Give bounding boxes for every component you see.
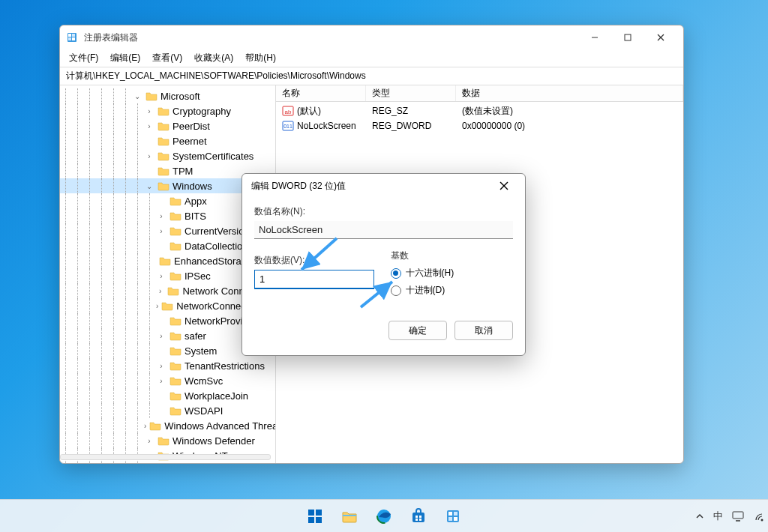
radio-dec[interactable]: 十进制(D) <box>391 284 514 297</box>
tree-item-winnt[interactable]: ›Windows NT <box>60 448 275 463</box>
tree-label: WorkplaceJoin <box>184 390 248 402</box>
label-base: 基数 <box>391 250 514 262</box>
tree-item-systemcerts[interactable]: ›SystemCertificates <box>60 148 275 163</box>
svg-point-36 <box>761 519 764 521</box>
svg-text:ab: ab <box>285 109 292 115</box>
folder-icon <box>170 241 182 251</box>
menu-file[interactable]: 文件(F) <box>63 50 104 66</box>
tree-item-workplacejoin[interactable]: WorkplaceJoin <box>60 388 275 403</box>
tree-label: IPSec <box>184 270 211 282</box>
value-data-input[interactable] <box>254 270 374 289</box>
tree-item-tenantrestrict[interactable]: ›TenantRestrictions <box>60 358 275 373</box>
chevron-right-icon[interactable]: › <box>144 437 154 445</box>
start-button[interactable] <box>300 501 330 531</box>
tree-label: Microsoft <box>160 91 200 102</box>
systray-display-icon[interactable] <box>732 511 744 522</box>
column-type[interactable]: 类型 <box>366 85 456 101</box>
systray-chevron-up-icon[interactable] <box>695 512 704 521</box>
cancel-button[interactable]: 取消 <box>454 321 513 340</box>
chevron-down-icon[interactable]: ⌄ <box>144 182 154 190</box>
systray-ime-indicator[interactable]: 中 <box>713 510 723 523</box>
svg-rect-26 <box>419 516 422 518</box>
value-data: 0x00000000 (0) <box>456 121 683 131</box>
dialog-close-button[interactable] <box>492 175 516 196</box>
chevron-right-icon[interactable]: › <box>156 362 166 370</box>
tree-label: DataCollection <box>184 241 248 252</box>
chevron-right-icon[interactable]: › <box>156 302 158 310</box>
list-header[interactable]: 名称 类型 数据 <box>276 85 683 102</box>
menu-help[interactable]: 帮助(H) <box>239 50 282 66</box>
store-taskbar-icon[interactable] <box>404 501 434 531</box>
column-name[interactable]: 名称 <box>276 85 366 101</box>
svg-rect-34 <box>733 512 743 519</box>
folder-icon <box>170 345 182 356</box>
value-type: REG_SZ <box>366 106 456 116</box>
dword-value-icon: 011 <box>282 120 294 132</box>
folder-icon <box>158 106 170 116</box>
dialog-titlebar[interactable]: 编辑 DWORD (32 位)值 <box>242 174 525 198</box>
tree-label: Windows Advanced Threat Protection <box>164 420 276 432</box>
label-value-name: 数值名称(N): <box>254 205 513 218</box>
menu-favorites[interactable]: 收藏夹(A) <box>188 50 239 66</box>
tree-label: Windows Defender <box>172 435 255 447</box>
chevron-right-icon[interactable]: › <box>156 272 166 280</box>
chevron-right-icon[interactable]: › <box>156 287 164 295</box>
tree-item-microsoft[interactable]: ⌄ Microsoft <box>60 88 275 103</box>
minimize-button[interactable] <box>578 26 611 49</box>
chevron-right-icon[interactable]: › <box>144 122 154 130</box>
chevron-right-icon[interactable]: › <box>144 422 146 430</box>
tree-item-winadvthreat[interactable]: ›Windows Advanced Threat Protection <box>60 418 275 433</box>
folder-icon <box>158 435 170 446</box>
titlebar[interactable]: 注册表编辑器 <box>60 25 683 49</box>
chevron-right-icon[interactable]: › <box>156 212 166 220</box>
app-icon <box>66 31 78 43</box>
edge-taskbar-icon[interactable] <box>369 501 399 531</box>
taskbar[interactable]: 中 <box>0 499 768 532</box>
window-title: 注册表编辑器 <box>84 31 138 44</box>
value-row-default[interactable]: ab (默认) REG_SZ (数值未设置) <box>276 103 683 118</box>
tree-item-windefender[interactable]: ›Windows Defender <box>60 433 275 448</box>
radio-hex-label: 十六进制(H) <box>406 267 454 279</box>
chevron-down-icon[interactable]: ⌄ <box>132 92 142 100</box>
folder-icon <box>158 166 170 176</box>
chevron-right-icon[interactable]: › <box>156 332 166 340</box>
file-explorer-taskbar-icon[interactable] <box>334 501 364 531</box>
radio-hex[interactable]: 十六进制(H) <box>391 267 514 279</box>
folder-icon <box>146 91 158 101</box>
tree-item-wsdapi[interactable]: WSDAPI <box>60 403 275 418</box>
folder-icon <box>161 300 173 311</box>
tree-label: BITS <box>184 211 206 222</box>
chevron-right-icon[interactable]: › <box>144 452 154 460</box>
systray-network-icon[interactable] <box>753 511 764 522</box>
chevron-right-icon[interactable]: › <box>156 227 166 235</box>
tree-label: CurrentVersion <box>184 226 250 237</box>
column-data[interactable]: 数据 <box>456 85 683 101</box>
value-name-field[interactable] <box>254 221 513 239</box>
tree-item-peernet[interactable]: Peernet <box>60 133 275 148</box>
maximize-button[interactable] <box>611 26 644 49</box>
folder-icon <box>158 136 170 146</box>
svg-rect-20 <box>316 517 322 523</box>
tree-label: Appx <box>184 196 207 207</box>
svg-rect-32 <box>448 517 452 521</box>
regedit-taskbar-icon[interactable] <box>438 501 468 531</box>
value-row-nolockscreen[interactable]: 011 NoLockScreen REG_DWORD 0x00000000 (0… <box>276 118 683 133</box>
close-button[interactable] <box>644 26 677 49</box>
radio-checked-icon <box>391 268 401 279</box>
chevron-right-icon[interactable]: › <box>144 107 154 115</box>
svg-rect-3 <box>68 37 71 40</box>
chevron-right-icon[interactable]: › <box>144 152 154 160</box>
chevron-right-icon[interactable]: › <box>156 377 166 385</box>
tree-item-wcmsvc[interactable]: ›WcmSvc <box>60 373 275 388</box>
tree-label: Windows NT <box>172 450 228 462</box>
svg-rect-28 <box>419 519 422 521</box>
radio-unchecked-icon <box>391 285 401 296</box>
tree-item-cryptography[interactable]: ›Cryptography <box>60 103 275 118</box>
svg-rect-21 <box>343 515 356 516</box>
folder-icon <box>170 375 182 386</box>
ok-button[interactable]: 确定 <box>388 321 447 340</box>
menu-view[interactable]: 查看(V) <box>146 50 188 66</box>
address-bar[interactable]: 计算机\HKEY_LOCAL_MACHINE\SOFTWARE\Policies… <box>60 67 683 85</box>
menu-edit[interactable]: 编辑(E) <box>104 50 146 66</box>
tree-item-peerdist[interactable]: ›PeerDist <box>60 118 275 133</box>
